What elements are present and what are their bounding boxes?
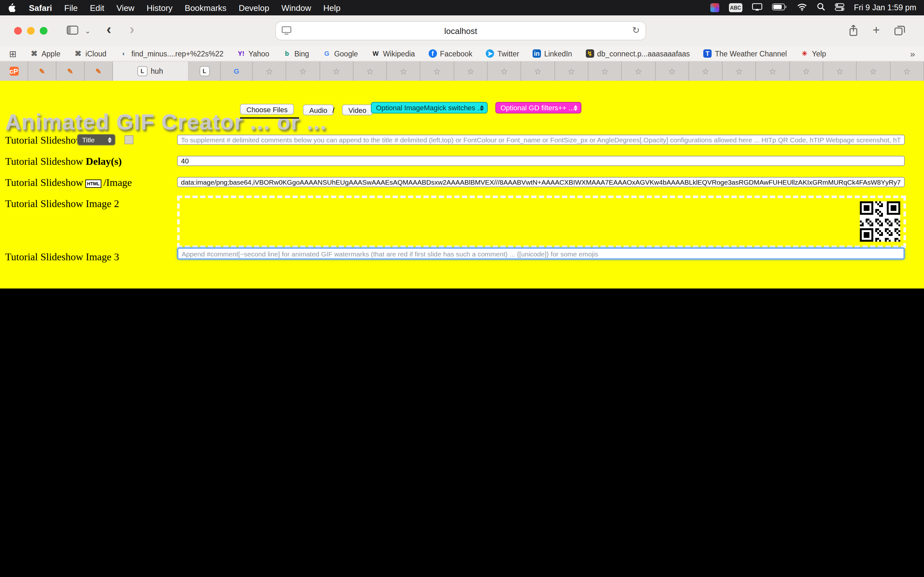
bookmark-label: Wikipedia (383, 50, 415, 57)
title-comment-input[interactable] (177, 135, 905, 145)
tab-empty[interactable]: ☆ (689, 61, 723, 81)
bookmark-google[interactable]: G Google (322, 49, 358, 58)
tab-overview-icon[interactable] (895, 25, 905, 38)
image2-dropzone[interactable] (177, 195, 906, 248)
image3-input[interactable] (177, 247, 905, 259)
tab-google[interactable]: G (221, 61, 253, 81)
zoom-window-button[interactable] (40, 27, 47, 35)
image3-label: Tutorial Slideshow Image 3 (5, 251, 119, 263)
bookmark-facebook[interactable]: f Facebook (428, 49, 472, 58)
bookmark-yelp[interactable]: ✳ Yelp (800, 49, 826, 58)
video-button[interactable]: Video (342, 105, 373, 115)
bookmark-apple[interactable]: ⌘ Apple (30, 49, 60, 58)
tab-empty[interactable]: ☆ (286, 61, 320, 81)
tab-empty[interactable]: ☆ (790, 61, 824, 81)
bookmark-favicon: Y! (237, 49, 246, 58)
tab-empty[interactable]: ☆ (454, 61, 488, 81)
tab-site-3[interactable]: ✎ (85, 61, 113, 81)
tab-favicon: ☆ (768, 67, 777, 76)
bookmark-icloud[interactable]: ⌘ iCloud (74, 49, 106, 58)
tab-cpanel[interactable]: cP (0, 61, 28, 81)
control-center-icon[interactable] (835, 3, 844, 13)
bookmark-db-connect[interactable]: ↯ db_connect.p...aaasaaafaas (586, 49, 690, 58)
menu-file[interactable]: File (64, 3, 78, 13)
bookmark-favicon: f (428, 49, 437, 58)
tab-empty[interactable]: ☆ (354, 61, 387, 81)
page-settings-icon[interactable] (282, 26, 291, 37)
tab-site-1[interactable]: ✎ (28, 61, 57, 81)
bookmarks-bar: ⊞ ⌘ Apple ⌘ iCloud ◐ find_minus....rep+%… (0, 46, 924, 61)
tab-empty[interactable]: ☆ (890, 61, 924, 81)
tab-empty[interactable]: ☆ (823, 61, 857, 81)
tab-group-chevron-icon[interactable]: ⌄ (85, 27, 90, 35)
menu-edit[interactable]: Edit (90, 3, 104, 13)
bookmark-linkedin[interactable]: in LinkedIn (533, 49, 572, 58)
menu-view[interactable]: View (116, 3, 134, 13)
imagemagick-switches-select[interactable]: Optional ImageMagick switches ... (371, 102, 488, 113)
new-tab-button[interactable]: + (873, 23, 880, 37)
tab-empty[interactable]: ☆ (253, 61, 286, 81)
tab-favicon: ✎ (37, 67, 47, 76)
tab-site-2[interactable]: ✎ (57, 61, 85, 81)
image-data-input[interactable] (177, 177, 905, 187)
menu-clock[interactable]: Fri 9 Jan 1:59 pm (854, 3, 916, 12)
tab-huh[interactable]: L huh (113, 61, 189, 81)
bookmarks-overflow-icon[interactable]: » (910, 48, 915, 59)
bookmark-favicon: b (283, 49, 291, 58)
title-select-value: Title (82, 136, 95, 143)
menu-bookmarks[interactable]: Bookmarks (185, 3, 226, 13)
bookmark-yahoo[interactable]: Y! Yahoo (237, 49, 270, 58)
tab-empty[interactable]: ☆ (320, 61, 354, 81)
apple-menu-icon[interactable] (8, 3, 16, 13)
tab-empty[interactable]: ☆ (588, 61, 622, 81)
back-button[interactable]: ‹ (107, 23, 111, 37)
bookmark-bing[interactable]: b Bing (283, 49, 309, 58)
minimize-window-button[interactable] (27, 27, 35, 35)
bookmark-favicon: in (533, 49, 541, 58)
tab-empty[interactable]: ☆ (756, 61, 790, 81)
tab-empty[interactable]: ☆ (722, 61, 756, 81)
bookmark-twitter[interactable]: ➤ Twitter (486, 49, 519, 58)
tab-empty[interactable]: ☆ (555, 61, 588, 81)
battery-icon[interactable] (772, 3, 787, 13)
tab-empty[interactable]: ☆ (656, 61, 689, 81)
title-swatch-box[interactable] (124, 135, 134, 144)
gd-filters-select[interactable]: Optional GD filters++ ... (495, 102, 582, 113)
tab-l[interactable]: L (189, 61, 221, 81)
tab-empty[interactable]: ☆ (488, 61, 521, 81)
tab-empty[interactable]: ☆ (521, 61, 555, 81)
tab-empty[interactable]: ☆ (622, 61, 656, 81)
delay-input[interactable] (177, 156, 905, 166)
bookmark-label: Bing (294, 50, 309, 57)
menu-safari[interactable]: Safari (29, 3, 52, 13)
bookmark-find-minus[interactable]: ◐ find_minus....rep+%22s%22 (120, 49, 224, 58)
delay-label-bold: Delay(s) (86, 156, 121, 167)
bookmark-label: iCloud (86, 50, 106, 57)
menu-window[interactable]: Window (281, 3, 311, 13)
title-select[interactable]: Title (77, 134, 115, 145)
menu-history[interactable]: History (147, 3, 173, 13)
favorites-grid-icon[interactable]: ⊞ (9, 48, 16, 59)
menu-develop[interactable]: Develop (239, 3, 269, 13)
tab-empty[interactable]: ☆ (387, 61, 421, 81)
menu-extra-app-icon[interactable] (710, 3, 719, 12)
screen-mirroring-icon[interactable] (752, 3, 762, 13)
bookmark-items: ⌘ Apple ⌘ iCloud ◐ find_minus....rep+%22… (30, 49, 826, 58)
tab-empty[interactable]: ☆ (421, 61, 454, 81)
menu-help[interactable]: Help (323, 3, 341, 13)
address-bar[interactable]: localhost ↻ (276, 22, 646, 40)
reload-icon[interactable]: ↻ (632, 25, 640, 35)
choose-files-button[interactable]: Choose Files (240, 104, 294, 115)
qr-code (860, 201, 900, 242)
tab-empty[interactable]: ☆ (857, 61, 891, 81)
bookmark-weather-channel[interactable]: T The Weather Channel (703, 49, 787, 58)
input-source-icon[interactable]: ABC (729, 3, 742, 12)
sidebar-toggle-icon[interactable] (67, 26, 78, 37)
audio-button[interactable]: Audio (303, 105, 334, 115)
bookmark-wikipedia[interactable]: W Wikipedia (372, 49, 415, 58)
share-icon[interactable] (848, 24, 859, 39)
forward-button[interactable]: › (129, 23, 134, 37)
spotlight-search-icon[interactable] (817, 3, 825, 13)
close-window-button[interactable] (14, 27, 22, 35)
wifi-icon[interactable] (796, 3, 807, 13)
